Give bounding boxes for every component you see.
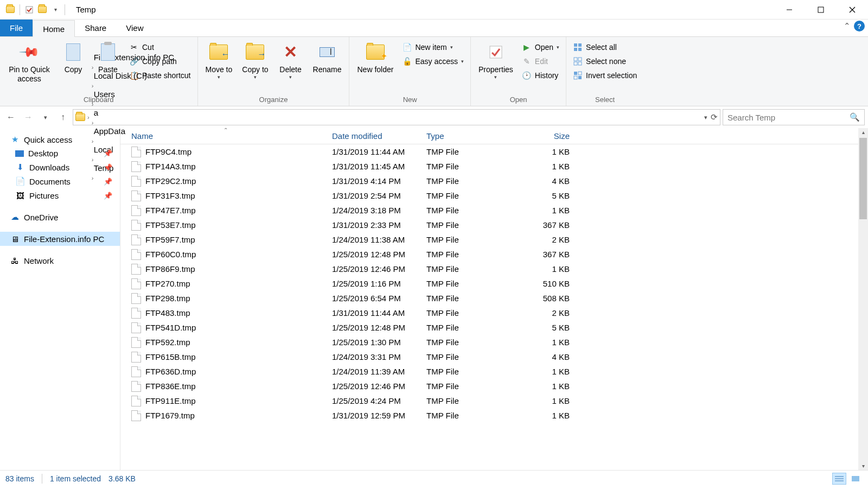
copy-to-button[interactable]: → Copy to▾ — [239, 39, 271, 82]
file-icon — [131, 249, 141, 260]
file-type: TMP File — [421, 411, 515, 420]
file-icon — [131, 147, 141, 157]
nav-recent-dropdown[interactable]: ▾ — [38, 110, 53, 125]
file-row[interactable]: FTP836E.tmp1/25/2019 12:46 PMTMP File1 K… — [120, 379, 868, 393]
file-icon — [131, 322, 141, 333]
file-row[interactable]: FTP270.tmp1/25/2019 1:16 PMTMP File510 K… — [120, 276, 868, 291]
qat-properties-icon[interactable] — [23, 4, 35, 16]
view-details-button[interactable] — [832, 473, 846, 485]
file-icon — [131, 293, 141, 304]
column-header-type[interactable]: Type — [421, 131, 515, 141]
nav-pictures[interactable]: 🖼Pictures📌 — [0, 188, 120, 202]
pictures-icon: 🖼 — [15, 190, 25, 200]
cut-button[interactable]: ✂Cut — [127, 41, 193, 53]
scrollbar[interactable]: ▴ ▾ — [858, 128, 868, 470]
view-thumbnails-button[interactable] — [848, 473, 863, 485]
tab-file[interactable]: File — [0, 20, 33, 36]
file-row[interactable]: FTP29C2.tmp1/31/2019 4:14 PMTMP File4 KB — [120, 174, 868, 188]
copy-button[interactable]: Copy — [58, 39, 89, 77]
delete-button[interactable]: ✕ Delete▾ — [275, 39, 307, 82]
file-row[interactable]: FTP60C0.tmp1/25/2019 12:48 PMTMP File367… — [120, 247, 868, 262]
onedrive-icon: ☁ — [10, 212, 20, 222]
column-header-date[interactable]: Date modified — [327, 131, 421, 141]
history-button[interactable]: 🕑History — [520, 69, 561, 81]
pin-quick-access-button[interactable]: 📌 Pin to Quick access — [4, 39, 54, 86]
select-all-button[interactable]: Select all — [571, 41, 639, 53]
new-item-button[interactable]: 📄New item ▾ — [400, 41, 466, 53]
nav-desktop[interactable]: Desktop📌 — [0, 147, 120, 160]
file-row[interactable]: FTP592.tmp1/25/2019 1:30 PMTMP File1 KB — [120, 335, 868, 350]
file-icon — [131, 352, 141, 363]
file-row[interactable]: FTP47E7.tmp1/24/2019 3:18 PMTMP File1 KB — [120, 203, 868, 218]
invert-selection-button[interactable]: Invert selection — [571, 69, 639, 81]
scroll-thumb[interactable] — [859, 138, 867, 219]
file-row[interactable]: FTP86F9.tmp1/25/2019 12:46 PMTMP File1 K… — [120, 262, 868, 276]
qat-dropdown-icon[interactable]: ▾ — [49, 4, 61, 16]
nav-forward-button[interactable]: → — [21, 110, 36, 125]
file-name: FTP298.tmp — [145, 294, 190, 303]
file-name: FTP59F7.tmp — [145, 235, 195, 244]
file-row[interactable]: FTP541D.tmp1/25/2019 12:48 PMTMP File5 K… — [120, 320, 868, 335]
address-bar[interactable]: › File-Extension.info PC›Local Disk (C:)… — [73, 109, 720, 125]
easy-access-button[interactable]: 🔓Easy access ▾ — [400, 55, 466, 67]
tab-home[interactable]: Home — [33, 20, 75, 37]
file-row[interactable]: FTP31F3.tmp1/31/2019 2:54 PMTMP File5 KB — [120, 188, 868, 203]
nav-onedrive[interactable]: ☁OneDrive — [0, 210, 120, 224]
nav-back-button[interactable]: ← — [3, 110, 18, 125]
close-button[interactable] — [837, 0, 868, 20]
qat-newfolder-icon[interactable] — [36, 4, 48, 16]
nav-up-button[interactable]: ↑ — [55, 110, 71, 125]
file-icon — [131, 308, 141, 319]
file-date: 1/25/2019 1:30 PM — [327, 338, 421, 347]
svg-rect-14 — [574, 72, 577, 75]
move-to-button[interactable]: ← Move to▾ — [202, 39, 236, 82]
new-folder-button[interactable]: ✦ New folder — [354, 39, 397, 77]
file-row[interactable]: FTP615B.tmp1/24/2019 3:31 PMTMP File4 KB — [120, 350, 868, 364]
nav-documents[interactable]: 📄Documents📌 — [0, 174, 120, 188]
file-name: FTP1679.tmp — [145, 411, 195, 420]
breadcrumb-segment[interactable]: Local Disk (C:) — [92, 71, 176, 80]
svg-rect-0 — [26, 7, 33, 13]
refresh-icon[interactable]: ⟳ — [711, 112, 718, 122]
file-size: 5 KB — [515, 191, 575, 200]
file-row[interactable]: FTP483.tmp1/31/2019 11:44 AMTMP File2 KB — [120, 306, 868, 320]
file-icon — [131, 337, 141, 348]
file-row[interactable]: FTP298.tmp1/25/2019 6:54 PMTMP File508 K… — [120, 291, 868, 306]
file-date: 1/31/2019 12:59 PM — [327, 411, 421, 420]
file-row[interactable]: FTP59F7.tmp1/24/2019 11:38 AMTMP File2 K… — [120, 232, 868, 247]
maximize-button[interactable] — [805, 0, 837, 20]
file-size: 4 KB — [515, 176, 575, 186]
breadcrumb-segment[interactable]: a — [92, 108, 176, 117]
file-type: TMP File — [421, 308, 515, 317]
edit-button[interactable]: ✎Edit — [520, 55, 561, 67]
select-none-button[interactable]: Select none — [571, 55, 639, 67]
column-header-size[interactable]: Size — [515, 131, 575, 141]
nav-downloads[interactable]: ⬇Downloads📌 — [0, 160, 120, 174]
file-row[interactable]: FTP1679.tmp1/31/2019 12:59 PMTMP File1 K… — [120, 408, 868, 423]
tab-share[interactable]: Share — [75, 20, 116, 36]
file-row[interactable]: FTP14A3.tmp1/31/2019 11:45 AMTMP File1 K… — [120, 159, 868, 174]
breadcrumb-segment[interactable]: Users — [92, 90, 176, 99]
properties-button[interactable]: Properties▾ — [475, 39, 516, 82]
open-button[interactable]: ▶Open ▾ — [520, 41, 561, 53]
address-dropdown-icon[interactable]: ▾ — [704, 114, 707, 121]
copy-to-icon: → — [246, 45, 264, 60]
tab-view[interactable]: View — [116, 20, 153, 36]
svg-rect-8 — [574, 48, 577, 51]
file-row[interactable]: FTP53E7.tmp1/31/2019 2:33 PMTMP File367 … — [120, 218, 868, 232]
rename-button[interactable]: Rename — [310, 39, 345, 77]
nav-network[interactable]: 🖧Network — [0, 253, 120, 268]
network-icon: 🖧 — [10, 256, 20, 265]
file-list: ⌃ Name Date modified Type Size FTP9C4.tm… — [120, 128, 868, 470]
file-row[interactable]: FTP911E.tmp1/25/2019 4:24 PMTMP File1 KB — [120, 393, 868, 408]
help-icon[interactable]: ? — [854, 21, 865, 31]
file-row[interactable]: FTP9C4.tmp1/31/2019 11:44 AMTMP File1 KB — [120, 144, 868, 159]
nav-quick-access[interactable]: ★Quick access — [0, 132, 120, 147]
minimize-button[interactable] — [774, 0, 805, 20]
desktop-icon — [15, 150, 24, 157]
file-row[interactable]: FTP636D.tmp1/24/2019 11:39 AMTMP File1 K… — [120, 364, 868, 379]
collapse-ribbon-icon[interactable]: ⌃ — [844, 21, 851, 31]
file-icon — [131, 278, 141, 289]
nav-this-pc[interactable]: 🖥File-Extension.info PC — [0, 232, 120, 246]
search-box[interactable]: Search Temp 🔍 — [723, 109, 865, 125]
